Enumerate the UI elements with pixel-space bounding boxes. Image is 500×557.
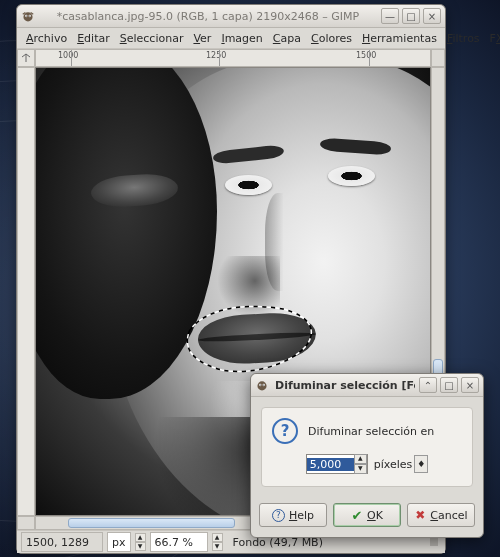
menu-fxfoundry[interactable]: FX-Foundry (485, 30, 500, 47)
dialog-rollup-button[interactable]: ⌃ (419, 377, 437, 393)
zoom-spin[interactable]: ▲▼ (212, 533, 223, 551)
menu-editar[interactable]: Editar (72, 30, 115, 47)
window-maximize-button[interactable]: □ (402, 8, 420, 24)
feather-radius-value: 5,000 (307, 458, 354, 471)
window-close-button[interactable]: × (423, 8, 441, 24)
dialog-button-row: ? Help ✔ OK ✖ Cancel (251, 497, 483, 537)
svg-point-3 (26, 15, 27, 16)
window-title: *casablanca.jpg-95.0 (RGB, 1 capa) 2190x… (39, 10, 377, 23)
cancel-button[interactable]: ✖ Cancel (407, 503, 475, 527)
zoom-field[interactable]: 66.7 % (150, 532, 208, 552)
ruler-origin-toggle[interactable] (17, 49, 35, 67)
ok-icon: ✔ (351, 509, 363, 521)
menu-herramientas[interactable]: Herramientas (357, 30, 442, 47)
ruler-tick-label: 1250 (206, 51, 226, 60)
help-button[interactable]: ? Help (259, 503, 327, 527)
dialog-titlebar[interactable]: Difuminar selección [Feather] ⌃ □ × (251, 374, 483, 397)
svg-point-6 (257, 381, 266, 390)
unit-selector[interactable]: px (107, 532, 131, 552)
dialog-close-button[interactable]: × (461, 377, 479, 393)
dialog-max-button[interactable]: □ (440, 377, 458, 393)
feather-radius-spinner[interactable]: ▲▼ (354, 454, 367, 474)
wilber-icon (255, 378, 269, 392)
pointer-coords: 1500, 1289 (21, 532, 103, 552)
feather-unit-label: píxeles (374, 458, 413, 471)
vertical-ruler[interactable] (17, 67, 35, 516)
desktop-background: *casablanca.jpg-95.0 (RGB, 1 capa) 2190x… (0, 0, 500, 557)
svg-point-4 (29, 15, 30, 16)
menubar: Archivo Editar Seleccionar Ver Imagen Ca… (17, 28, 445, 49)
help-icon: ? (272, 509, 285, 522)
menu-seleccionar[interactable]: Seleccionar (115, 30, 189, 47)
ruler-tick-label: 1000 (58, 51, 78, 60)
svg-rect-5 (430, 538, 438, 546)
menu-filtros[interactable]: Filtros (442, 30, 485, 47)
scrollbar-thumb[interactable] (68, 518, 235, 528)
info-icon: ? (272, 418, 298, 444)
wilber-icon (21, 9, 35, 23)
menu-colores[interactable]: Colores (306, 30, 357, 47)
menu-capa[interactable]: Capa (268, 30, 306, 47)
feather-unit-selector[interactable]: ♦ (414, 455, 428, 473)
dialog-title: Difuminar selección [Feather] (273, 379, 415, 392)
horizontal-ruler[interactable]: 1000 1250 1500 (35, 49, 431, 67)
ruler-tick-label: 1500 (356, 51, 376, 60)
unit-spin[interactable]: ▲▼ (135, 533, 146, 551)
menu-imagen[interactable]: Imagen (216, 30, 267, 47)
feather-radius-input[interactable]: 5,000 ▲▼ (306, 454, 368, 474)
ok-button[interactable]: ✔ OK (333, 503, 401, 527)
window-titlebar[interactable]: *casablanca.jpg-95.0 (RGB, 1 capa) 2190x… (17, 5, 445, 28)
feather-label: Difuminar selección en (308, 425, 434, 438)
quickmask-toggle[interactable] (17, 516, 35, 530)
menu-archivo[interactable]: Archivo (21, 30, 72, 47)
zoom-toggle-corner[interactable] (431, 49, 445, 67)
feather-selection-dialog: Difuminar selección [Feather] ⌃ □ × ? Di… (250, 373, 484, 538)
svg-point-9 (260, 384, 261, 385)
window-minimize-button[interactable]: — (381, 8, 399, 24)
svg-point-0 (23, 12, 32, 21)
menu-ver[interactable]: Ver (188, 30, 216, 47)
cancel-icon: ✖ (414, 509, 426, 521)
svg-point-10 (263, 384, 264, 385)
dialog-body: ? Difuminar selección en 5,000 ▲▼ píxele… (261, 407, 473, 487)
